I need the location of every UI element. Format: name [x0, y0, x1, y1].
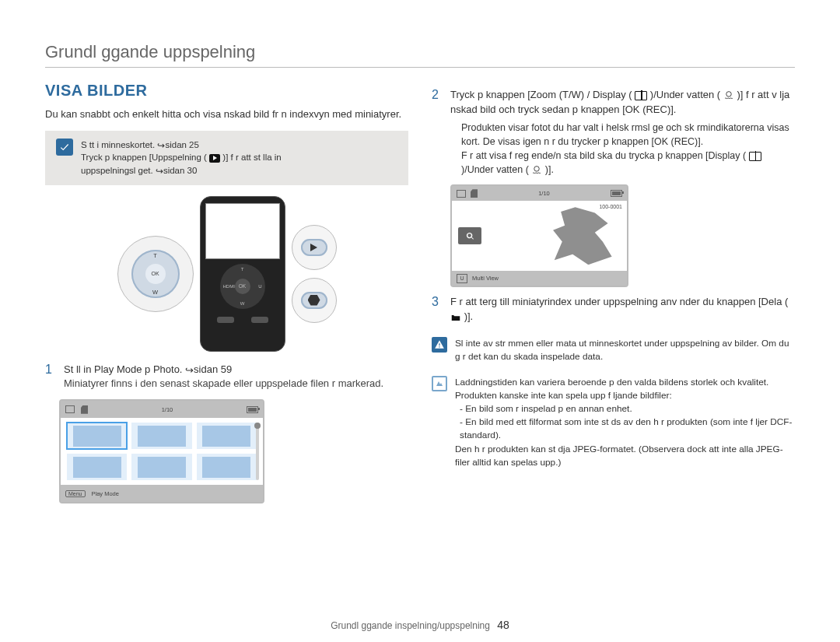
lcd2-photo-area: 100-0001 — [452, 201, 627, 271]
step-2: 2 Tryck p knappen [Zoom (T/W) / Display … — [432, 88, 795, 177]
left-column: VISA BILDER Du kan snabbt och enkelt hit… — [45, 82, 408, 508]
thumb-1 — [67, 423, 127, 449]
big-dpad-callout: T OK W — [117, 236, 194, 312]
file-number: 100-0001 — [599, 204, 622, 209]
scrollbar — [256, 423, 259, 480]
thumb-3 — [197, 423, 257, 449]
info-text: Laddningstiden kan variera beroende p de… — [455, 376, 795, 469]
play-mode-label: Play Mode — [92, 490, 119, 497]
thumb-5 — [131, 454, 191, 480]
sd-card-icon — [81, 405, 88, 414]
multiview-label: Multi View — [472, 275, 499, 282]
camera-body: T W U HDMI OK — [200, 196, 285, 352]
lcd2-counter: 1/10 — [538, 190, 550, 197]
step-2-bullets: Produkten visar fotot du har valt i hels… — [461, 121, 795, 177]
thumb-6 — [197, 454, 257, 480]
page-title: VISA BILDER — [45, 82, 408, 100]
lcd2-top-bar: 1/10 — [452, 186, 627, 201]
warning-block: Sl inte av str mmen eller mata ut minnes… — [432, 337, 795, 363]
right-column: 2 Tryck p knappen [Zoom (T/W) / Display … — [432, 82, 795, 508]
zoom-t-label: T — [153, 252, 157, 259]
photo-mode-icon — [457, 190, 466, 198]
sd-card-icon — [471, 189, 478, 198]
photo-mode-icon — [65, 405, 75, 413]
footer: Grundl ggande inspelning/uppspelning 48 — [0, 619, 840, 631]
camera-bottom-buttons — [217, 317, 268, 323]
zoom-indicator — [458, 227, 481, 244]
step-number: 2 — [432, 88, 443, 177]
display-icon — [749, 152, 761, 161]
lcd-top-bar: 1/10 — [61, 401, 263, 418]
multiview-softkey: U — [457, 274, 467, 283]
underwater-icon — [531, 165, 542, 175]
device-illustration: T OK W T W U HDMI OK — [45, 196, 408, 352]
battery-icon — [611, 190, 622, 197]
content-columns: VISA BILDER Du kan snabbt och enkelt hit… — [45, 82, 795, 508]
menu-softkey: Menu — [65, 490, 86, 497]
info-icon — [432, 376, 447, 391]
playback-icon — [209, 154, 220, 163]
tip-box: S tt i minneskortet. ↪sidan 25 Tryck p k… — [45, 131, 408, 185]
play-icon — [310, 244, 317, 251]
share-button-callout — [292, 278, 337, 323]
play-button-callout — [292, 225, 337, 270]
step-3: 3 F r att terg till miniatyrindex under … — [432, 295, 795, 325]
warning-icon — [432, 337, 447, 353]
footer-label: Grundl ggande inspelning/uppspelning — [331, 620, 490, 631]
lcd-counter: 1/10 — [94, 406, 240, 413]
thumbnail-grid — [61, 418, 263, 485]
camera-ok: OK — [235, 279, 250, 294]
section-rule — [45, 67, 795, 68]
intro-text: Du kan snabbt och enkelt hitta och visa … — [45, 107, 408, 121]
lcd2-bottom-bar: U Multi View — [452, 271, 627, 286]
side-button-callouts — [292, 225, 337, 323]
photo-silhouette — [549, 207, 614, 265]
dpad-illustration: T OK W — [131, 250, 180, 298]
camera-dpad: T W U HDMI OK — [220, 264, 265, 309]
battery-icon — [247, 406, 258, 413]
share-icon — [450, 313, 461, 322]
svg-point-1 — [534, 167, 540, 172]
zoom-w-label: W — [152, 289, 158, 296]
info-block: Laddningstiden kan variera beroende p de… — [432, 376, 795, 469]
thumb-2 — [131, 423, 191, 449]
page: Grundl ggande uppspelning VISA BILDER Du… — [0, 0, 840, 642]
underwater-icon — [723, 90, 734, 100]
lcd-bottom-bar: Menu Play Mode — [61, 485, 263, 502]
page-number: 48 — [497, 619, 509, 631]
camera-screen — [205, 203, 280, 259]
lcd-thumbnail-preview: 1/10 Menu Play Mode — [59, 399, 264, 503]
section-title: Grundl ggande uppspelning — [45, 42, 795, 62]
tip-text: S tt i minneskortet. ↪sidan 25 Tryck p k… — [81, 139, 282, 177]
check-icon — [56, 139, 73, 156]
svg-point-0 — [726, 92, 732, 97]
step-1: 1 St ll in Play Mode p Photo. ↪sidan 59 … — [45, 363, 408, 392]
step-number: 3 — [432, 295, 443, 325]
dpad-ok: OK — [145, 264, 166, 284]
lcd-single-preview: 1/10 100-0001 U Multi View — [450, 184, 628, 287]
share-icon — [308, 295, 320, 306]
step-number: 1 — [45, 363, 56, 392]
warning-text: Sl inte av str mmen eller mata ut minnes… — [455, 337, 795, 363]
thumb-4 — [67, 454, 127, 480]
display-icon — [635, 91, 647, 100]
